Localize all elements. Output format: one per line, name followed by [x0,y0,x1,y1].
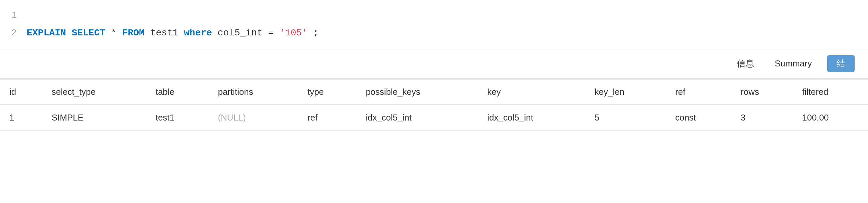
editor-area: 1 2 EXPLAIN SELECT * FROM test1 where co… [0,0,868,49]
col-header-partitions: partitions [209,79,298,105]
code-line-2: 2 EXPLAIN SELECT * FROM test1 where col5… [0,24,868,42]
cell-select-type: SIMPLE [42,105,146,131]
cell-filtered: 100.00 [793,105,868,131]
toolbar-row: 信息 Summary 结 [0,49,868,79]
cell-rows: 3 [731,105,793,131]
cell-table: test1 [146,105,209,131]
cell-key-len: 5 [585,105,666,131]
col-header-id: id [0,79,42,105]
code-line-1: 1 [0,7,868,24]
results-table: id select_type table partitions type pos… [0,79,868,131]
table-header-row: id select_type table partitions type pos… [0,79,868,105]
tab-summary[interactable]: Summary [769,56,817,71]
code-condition: col5_int = [217,28,279,38]
cell-possible-keys: idx_col5_int [356,105,478,131]
keyword-from: FROM [122,28,145,38]
cell-id: 1 [0,105,42,131]
col-header-rows: rows [731,79,793,105]
code-semicolon: ; [313,28,319,38]
col-header-type: type [298,79,356,105]
cell-ref: const [666,105,731,131]
col-header-select-type: select_type [42,79,146,105]
code-asterisk: * [111,28,122,38]
col-header-filtered: filtered [793,79,868,105]
col-header-possible-keys: possible_keys [356,79,478,105]
col-header-key: key [478,79,585,105]
cell-key: idx_col5_int [478,105,585,131]
table-row: 1 SIMPLE test1 (NULL) ref idx_col5_int i… [0,105,868,131]
col-header-table: table [146,79,209,105]
cell-type: ref [298,105,356,131]
null-value: (NULL) [218,112,246,123]
tab-jie[interactable]: 结 [827,55,855,72]
line-number-1: 1 [0,8,27,23]
keyword-where: where [184,28,212,38]
code-value: '105' [279,28,307,38]
col-header-ref: ref [666,79,731,105]
code-content-2[interactable]: EXPLAIN SELECT * FROM test1 where col5_i… [27,26,868,41]
col-header-key-len: key_len [585,79,666,105]
cell-partitions: (NULL) [209,105,298,131]
keyword-explain-select: EXPLAIN SELECT [27,28,105,38]
results-table-container: id select_type table partitions type pos… [0,79,868,131]
code-table-name: test1 [150,28,184,38]
line-number-2: 2 [0,26,27,41]
tab-xinxi[interactable]: 信息 [731,55,760,72]
